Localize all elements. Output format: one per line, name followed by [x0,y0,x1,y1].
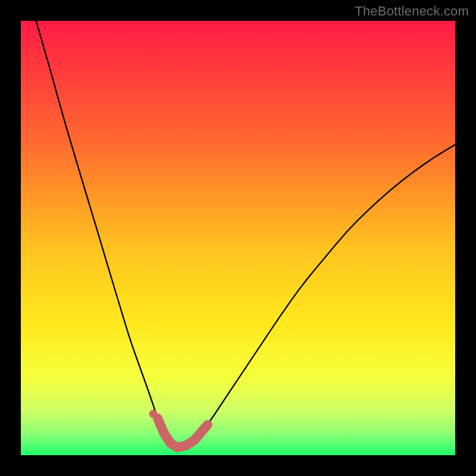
valley-overlay-dot [149,410,158,418]
plot-area [21,21,455,455]
chart-frame: TheBottleneck.com [0,0,476,476]
watermark-text: TheBottleneck.com [355,4,469,19]
bottleneck-chart [21,21,455,455]
gradient-background [21,21,455,455]
